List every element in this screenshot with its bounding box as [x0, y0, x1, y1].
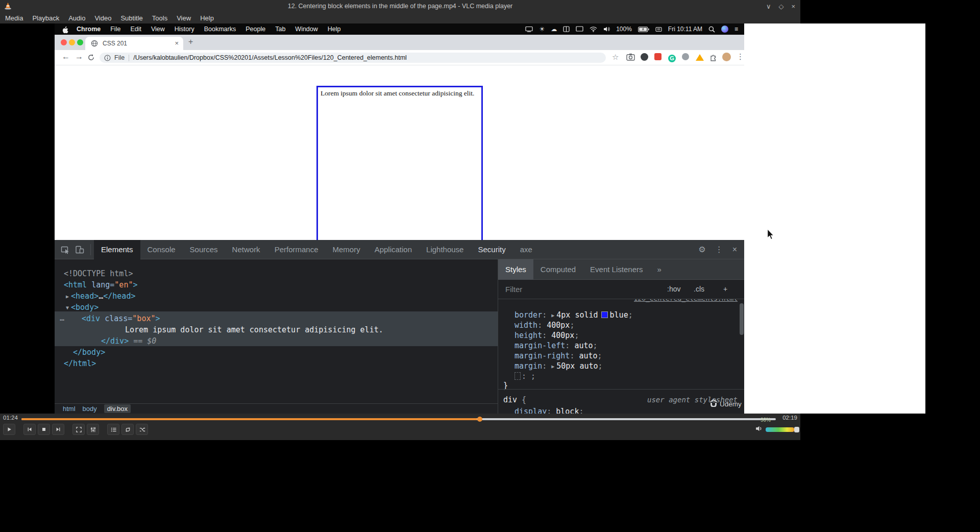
back-button[interactable]: ← [62, 52, 70, 61]
color-swatch[interactable] [601, 311, 608, 318]
macos-menu-history[interactable]: History [175, 26, 194, 33]
tab-elements[interactable]: Elements [94, 240, 140, 259]
stop-button[interactable] [38, 424, 50, 435]
css-prop-margin[interactable]: margin: ▶50px auto; [514, 361, 603, 371]
seek-handle[interactable] [477, 417, 482, 422]
tab-sources[interactable]: Sources [183, 240, 225, 259]
dom-div-box-close[interactable]: </div> == $0 [101, 336, 156, 346]
collapse-icon[interactable]: ▼ [66, 305, 69, 310]
tab-lighthouse[interactable]: Lighthouse [419, 240, 471, 259]
gray-ext-icon[interactable] [682, 53, 689, 62]
toggle-element-classes[interactable]: .cls [694, 285, 704, 293]
display-icon[interactable] [576, 26, 583, 32]
keyboard-brightness-icon[interactable] [655, 27, 662, 32]
macos-menu-help[interactable]: Help [328, 26, 341, 33]
macos-app-menu-chrome[interactable]: Chrome [77, 26, 101, 33]
playlist-button[interactable] [107, 424, 119, 435]
traffic-close-button[interactable] [61, 39, 67, 45]
tab-memory[interactable]: Memory [326, 240, 368, 259]
menu-subtitle[interactable]: Subtitle [120, 14, 142, 22]
menu-view[interactable]: View [177, 14, 191, 22]
dom-doctype[interactable]: <!DOCTYPE html> [64, 269, 133, 279]
macos-menu-view[interactable]: View [151, 26, 165, 33]
window-manager-icon[interactable] [563, 26, 570, 32]
forward-button[interactable]: → [75, 52, 83, 61]
volume-slider[interactable] [766, 427, 797, 432]
traffic-minimize-button[interactable] [69, 39, 75, 45]
inspect-element-icon[interactable] [61, 245, 70, 254]
screen-mirroring-icon[interactable] [525, 26, 533, 32]
styles-scrollbar-thumb[interactable] [740, 303, 744, 335]
devtools-menu-kebab-icon[interactable]: ⋮ [715, 245, 723, 254]
device-toolbar-icon[interactable] [75, 245, 84, 254]
css-prop-margin-left[interactable]: margin-left: auto; [514, 341, 598, 351]
tab-computed[interactable]: Computed [533, 259, 583, 280]
dom-html-open[interactable]: <html lang="en"> [64, 280, 138, 290]
cloud-icon[interactable]: ☁ [551, 26, 557, 33]
macos-menu-bookmarks[interactable]: Bookmarks [204, 26, 236, 33]
macos-menu-tab[interactable]: Tab [275, 26, 285, 33]
apple-menu-icon[interactable] [62, 26, 68, 33]
dom-body-close[interactable]: </body> [73, 347, 105, 357]
devtools-close-icon[interactable]: × [732, 245, 737, 254]
breadcrumb-div-box[interactable]: div.box [104, 404, 131, 413]
macos-menu-people[interactable]: People [246, 26, 265, 33]
css-prop-height[interactable]: height: 400px; [514, 330, 579, 341]
dom-div-box-open[interactable]: <div class="box"> [82, 313, 160, 324]
dom-body-open[interactable]: ▼<body> [66, 302, 99, 312]
browser-menu-kebab-icon[interactable]: ⋮ [737, 52, 744, 61]
address-bar[interactable]: File /Users/kalobtaulien/Dropbox/CSS%202… [100, 53, 606, 63]
breadcrumb-html[interactable]: html [63, 405, 76, 413]
traffic-zoom-button[interactable] [77, 39, 83, 45]
close-icon[interactable]: × [791, 3, 795, 10]
profile-avatar[interactable] [722, 53, 731, 63]
menu-tools[interactable]: Tools [152, 14, 167, 22]
tab-close-icon[interactable]: × [175, 39, 179, 47]
tab-styles[interactable]: Styles [498, 259, 533, 280]
expand-icon[interactable]: ▶ [66, 294, 69, 299]
menu-playback[interactable]: Playback [32, 14, 59, 22]
css-prop-display[interactable]: display: block; [514, 406, 583, 414]
css-prop-border[interactable]: border: ▶4px solidblue; [514, 310, 633, 320]
macos-menu-file[interactable]: File [110, 26, 120, 33]
grammarly-ext-icon[interactable]: G [668, 53, 676, 62]
tab-event-listeners[interactable]: Event Listeners [583, 259, 650, 280]
siri-icon[interactable] [721, 26, 728, 33]
reload-button[interactable] [87, 54, 95, 63]
css-empty-declaration[interactable]: : ; [514, 371, 535, 381]
seek-bar[interactable] [21, 418, 776, 420]
red-ext-icon[interactable] [654, 53, 662, 62]
previous-button[interactable] [23, 424, 36, 435]
styles-filter-input[interactable] [504, 284, 614, 294]
tab-console[interactable]: Console [140, 240, 183, 259]
breadcrumb-body[interactable]: body [83, 405, 97, 413]
volume-icon[interactable] [603, 26, 610, 32]
browser-tab[interactable]: CSS 201 × [85, 37, 183, 50]
stylesheet-source-link[interactable]: 120_Centered_elements.html [634, 299, 738, 304]
menu-video[interactable]: Video [94, 14, 111, 22]
brightness-icon[interactable]: ☀ [539, 26, 545, 33]
notification-center-icon[interactable]: ≡ [734, 26, 738, 33]
extended-settings-button[interactable] [87, 424, 99, 435]
toggle-hover-state[interactable]: :hov [667, 285, 680, 293]
spotlight-search-icon[interactable] [708, 26, 715, 33]
next-button[interactable] [52, 424, 64, 435]
css-rule-div-selector[interactable]: div { [503, 395, 526, 405]
play-button[interactable] [3, 424, 15, 435]
bookmark-star-icon[interactable]: ☆ [612, 53, 619, 62]
more-tabs-chevron[interactable]: » [650, 259, 668, 280]
volume-handle[interactable] [794, 427, 799, 432]
menubar-clock[interactable]: Fri 10:11 AM [668, 26, 702, 33]
tab-axe[interactable]: axe [513, 240, 540, 259]
tab-network[interactable]: Network [225, 240, 267, 259]
dom-html-close[interactable]: </html> [64, 358, 96, 369]
loop-button[interactable] [121, 424, 134, 435]
tab-performance[interactable]: Performance [267, 240, 326, 259]
new-style-rule-button[interactable]: + [723, 285, 727, 293]
fullscreen-button[interactable] [72, 424, 85, 435]
shuffle-button[interactable] [136, 424, 148, 435]
page-info-icon[interactable] [104, 55, 111, 61]
warning-ext-icon[interactable] [696, 54, 704, 63]
dom-text-node[interactable]: Lorem ipsum dolor sit amet consectetur a… [125, 325, 383, 335]
macos-menu-edit[interactable]: Edit [130, 26, 141, 33]
